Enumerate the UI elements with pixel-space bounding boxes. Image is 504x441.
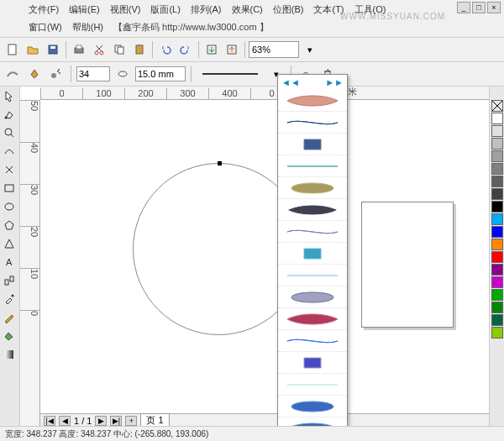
svg-rect-0 bbox=[8, 45, 16, 55]
pick-tool[interactable] bbox=[0, 87, 18, 105]
color-swatch[interactable] bbox=[491, 188, 503, 200]
brush-preset[interactable] bbox=[278, 352, 347, 374]
shape-tool[interactable] bbox=[0, 105, 18, 123]
rectangle-tool[interactable] bbox=[0, 179, 18, 197]
zoom-dropdown[interactable]: ▾ bbox=[301, 40, 319, 59]
svg-point-14 bbox=[57, 71, 59, 72]
open-button[interactable] bbox=[24, 40, 42, 59]
menu-item[interactable]: 窗口(W) bbox=[25, 19, 66, 35]
polygon-tool[interactable] bbox=[0, 216, 18, 234]
svg-rect-26 bbox=[10, 276, 13, 281]
color-swatch[interactable] bbox=[491, 150, 503, 162]
brush-preset[interactable] bbox=[278, 221, 347, 243]
svg-point-15 bbox=[59, 72, 60, 74]
brush-shape-icon[interactable] bbox=[113, 65, 132, 83]
undo-button[interactable] bbox=[156, 40, 175, 59]
export-button[interactable] bbox=[223, 40, 241, 59]
color-swatch[interactable] bbox=[491, 125, 503, 137]
minimize-button[interactable]: _ bbox=[457, 2, 470, 13]
color-palette bbox=[489, 87, 504, 427]
interactive-fill-tool[interactable] bbox=[0, 345, 18, 364]
copy-button[interactable] bbox=[110, 40, 129, 59]
ellipse-tool[interactable] bbox=[0, 197, 18, 216]
menu-item[interactable]: 版面(L) bbox=[147, 2, 183, 18]
smart-draw-tool[interactable] bbox=[0, 160, 18, 179]
blend-tool[interactable] bbox=[0, 271, 18, 290]
color-swatch[interactable] bbox=[491, 327, 503, 339]
no-fill-swatch[interactable] bbox=[491, 100, 503, 112]
zoom-tool[interactable] bbox=[0, 123, 18, 142]
next-page-button[interactable]: ▶ bbox=[95, 416, 107, 426]
color-swatch[interactable] bbox=[491, 201, 503, 213]
zoom-input[interactable] bbox=[249, 41, 299, 58]
menu-item[interactable]: 效果(C) bbox=[228, 2, 266, 18]
color-swatch[interactable] bbox=[491, 213, 503, 225]
new-button[interactable] bbox=[3, 40, 22, 59]
paste-button[interactable] bbox=[130, 40, 149, 59]
color-swatch[interactable] bbox=[491, 138, 503, 150]
brush-preset[interactable] bbox=[278, 330, 347, 352]
add-page-button[interactable]: + bbox=[125, 416, 137, 426]
menu-note: 【鑫宇条码 http://www.lw3000.com 】 bbox=[110, 19, 272, 35]
brush-preset[interactable] bbox=[278, 243, 347, 265]
text-tool[interactable]: A bbox=[0, 253, 18, 271]
save-button[interactable] bbox=[44, 40, 62, 59]
brush-preset[interactable] bbox=[278, 396, 347, 417]
color-swatch[interactable] bbox=[491, 264, 503, 276]
color-swatch[interactable] bbox=[491, 251, 503, 263]
print-button[interactable] bbox=[70, 40, 88, 59]
cut-button[interactable] bbox=[90, 40, 108, 59]
eyedropper-tool[interactable] bbox=[0, 290, 18, 308]
page-tab[interactable]: 页 1 bbox=[140, 413, 169, 427]
brush-preset[interactable] bbox=[278, 199, 347, 221]
fill-tool[interactable] bbox=[0, 327, 18, 345]
last-page-button[interactable]: ▶| bbox=[110, 416, 122, 426]
svg-point-27 bbox=[12, 295, 14, 297]
menu-item[interactable]: 文件(F) bbox=[25, 2, 62, 18]
outline-tool[interactable] bbox=[0, 308, 18, 327]
brush-width-input[interactable] bbox=[135, 66, 186, 81]
menu-item[interactable]: 编辑(E) bbox=[66, 2, 103, 18]
color-swatch[interactable] bbox=[491, 239, 503, 250]
brush-preset[interactable] bbox=[278, 286, 347, 308]
prev-page-button[interactable]: ◀ bbox=[59, 416, 71, 426]
color-swatch[interactable] bbox=[491, 163, 503, 175]
brush-preset[interactable] bbox=[278, 265, 347, 286]
color-swatch[interactable] bbox=[491, 302, 503, 313]
color-swatch[interactable] bbox=[491, 314, 503, 326]
page-shadow-rect bbox=[361, 202, 454, 328]
page-counter: 1 / 1 bbox=[74, 416, 92, 426]
brush-preset[interactable] bbox=[278, 308, 347, 330]
page-navigator: |◀ ◀ 1 / 1 ▶ ▶| + 页 1 bbox=[40, 413, 489, 427]
first-page-button[interactable]: |◀ bbox=[44, 416, 55, 426]
brush-preset[interactable] bbox=[278, 155, 347, 177]
svg-rect-2 bbox=[50, 46, 55, 49]
brush-preset[interactable] bbox=[278, 112, 347, 134]
menu-item[interactable]: 排列(A) bbox=[187, 2, 225, 18]
brush-preset[interactable] bbox=[278, 90, 347, 112]
color-swatch[interactable] bbox=[491, 276, 503, 288]
color-swatch[interactable] bbox=[491, 226, 503, 238]
brush-tool-icon bbox=[3, 65, 22, 83]
freehand-tool[interactable] bbox=[0, 142, 18, 160]
import-button[interactable] bbox=[202, 40, 221, 59]
svg-point-20 bbox=[5, 117, 8, 119]
redo-button[interactable] bbox=[176, 40, 195, 59]
menu-item[interactable]: 位图(B) bbox=[270, 2, 307, 18]
svg-point-23 bbox=[5, 203, 13, 210]
brush-preset[interactable] bbox=[278, 134, 347, 155]
brush-size-input[interactable] bbox=[76, 66, 110, 81]
menu-item[interactable]: 帮助(H) bbox=[69, 19, 107, 35]
menu-item[interactable]: 视图(V) bbox=[107, 2, 144, 18]
color-swatch[interactable] bbox=[491, 176, 503, 187]
node-handle[interactable] bbox=[218, 161, 222, 165]
brush-preset[interactable] bbox=[278, 374, 347, 396]
maximize-button[interactable]: □ bbox=[472, 2, 486, 13]
color-swatch[interactable] bbox=[491, 113, 503, 124]
basic-shapes-tool[interactable] bbox=[0, 234, 18, 253]
brush-preset[interactable] bbox=[278, 177, 347, 199]
stroke-style-dropdown[interactable] bbox=[197, 65, 264, 83]
color-swatch[interactable] bbox=[491, 289, 503, 301]
close-button[interactable]: × bbox=[487, 2, 501, 13]
svg-point-16 bbox=[58, 69, 60, 71]
